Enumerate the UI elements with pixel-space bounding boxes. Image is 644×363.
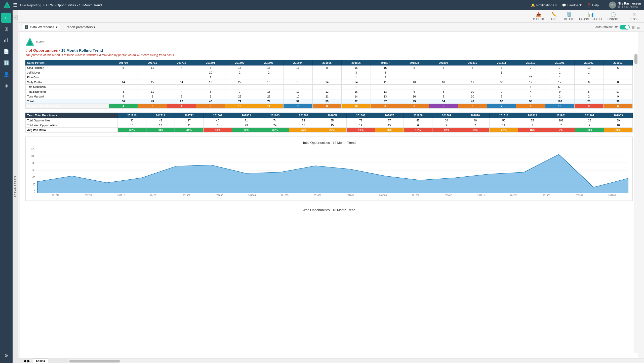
cell-value: 13 (371, 94, 400, 99)
cell-value: 1 (487, 70, 516, 75)
horizontal-scrollbar[interactable] (68, 359, 644, 363)
sidebar-item-home[interactable]: ⌂ (1, 13, 11, 23)
hamburger-menu[interactable]: ☰ (13, 2, 17, 8)
sheet-prev-button[interactable]: ◀ (23, 359, 26, 363)
cell-value (312, 75, 342, 80)
cell-value (516, 70, 545, 75)
notifications-button[interactable]: 🔔 Notifications ▾ (531, 3, 557, 7)
sheet-tabs: ◀ ▶ Sheet1 (18, 358, 644, 363)
bench-cell-value: 16% (518, 128, 547, 133)
history-button[interactable]: 🕐 HISTORY (608, 12, 619, 21)
grid-view-icon[interactable]: ⊞ (632, 25, 635, 29)
bench-cell-value: 26% (604, 128, 633, 133)
delete-button[interactable]: 🗑️ DELETE (564, 12, 574, 21)
total-label: Total (26, 99, 109, 104)
sidebar-item-documents[interactable]: 📄 (1, 47, 11, 57)
cell-value: 15 (225, 65, 254, 70)
sheet-next-button[interactable]: ▶ (27, 359, 30, 363)
cell-value: 2 (574, 94, 603, 99)
toolbar-divider (624, 13, 624, 20)
cell-value: 21 (312, 94, 342, 99)
total-cell: 50 (487, 99, 516, 104)
cell-value: 25 (225, 94, 254, 99)
average-cell: 4 (109, 104, 138, 109)
cell-name: Kirin Cool (26, 75, 109, 80)
bench-row: Total Opportunities304527407174525572574… (26, 118, 633, 123)
average-cell: 10 (342, 104, 371, 109)
average-cell: 6 (400, 104, 429, 109)
total-cell: 52 (283, 99, 312, 104)
bench-cell-value: 41% (175, 128, 204, 133)
cell-value (225, 75, 254, 80)
cell-value (167, 85, 196, 89)
cell-value: 13 (371, 89, 400, 94)
cell-value (458, 75, 487, 80)
report-parameters-button[interactable]: Report parameters ▾ (65, 25, 95, 29)
cell-value: 13 (283, 65, 312, 70)
cell-value (429, 70, 458, 75)
cell-value: 26 (516, 75, 545, 80)
auto-refresh-toggle[interactable] (620, 25, 630, 29)
close-icon: ✕ (632, 12, 636, 17)
sidebar-expand-button[interactable]: » (13, 15, 18, 20)
cell-value: 15 (254, 89, 284, 94)
breadcrumb-live-reporting[interactable]: Live Reporting (20, 3, 41, 7)
publish-button[interactable]: 📤 PUBLISH (533, 12, 544, 21)
left-sidebar: ⌂ ⊞ 📄 🔢 👤 ◈ ⚙ (0, 10, 13, 363)
edit-button[interactable]: ✏️ EDIT (549, 12, 559, 21)
sidebar-item-charts[interactable] (1, 35, 11, 45)
user-menu[interactable]: NR Nils Rasmussen 19_Sales_Analyst (609, 2, 641, 9)
bench-cell-value: 30% (575, 128, 604, 133)
bench-col-201811: 201811 (490, 113, 518, 118)
benchmark-table: Team Total Benchmark 201710 201711 20171… (25, 113, 633, 133)
scrollbar-thumb[interactable] (634, 54, 637, 64)
col-header-201710: 201710 (109, 60, 138, 65)
cell-value (167, 70, 196, 75)
bench-cell-value: 11 (175, 123, 204, 128)
horizontal-scrollbar-thumb[interactable] (69, 360, 120, 362)
cell-value: 65 (545, 85, 574, 89)
data-warehouse-selector[interactable]: 🗄️ Data Warehouse ▾ (22, 24, 60, 30)
close-button[interactable]: ✕ CLOSE (629, 12, 639, 21)
cell-value: 3 (371, 70, 400, 75)
help-button[interactable]: ❓ Help (587, 3, 599, 7)
bench-cell-value: 74 (261, 118, 289, 123)
cell-value: 24 (342, 80, 371, 85)
list-view-icon[interactable]: ☰ (637, 25, 640, 29)
svg-rect-2 (4, 40, 5, 42)
bench-cell-value: 33% (117, 128, 146, 133)
top-nav-right: 🔔 Notifications ▾ 💬 Feedback ❓ Help NR N… (531, 2, 641, 9)
feedback-button[interactable]: 💬 Feedback (562, 3, 582, 7)
cell-name: Tina Richmond (26, 89, 109, 94)
average-cell: 6 (138, 104, 167, 109)
bench-cell-value: 32% (261, 128, 289, 133)
cell-value: 5 (167, 94, 196, 99)
bench-cell-value: 24 (261, 123, 289, 128)
bench-cell-value: 72 (346, 118, 375, 123)
bench-col-201802: 201802 (232, 113, 261, 118)
sidebar-item-settings[interactable]: ⚙ (1, 350, 11, 360)
col-header-201804: 201804 (283, 60, 312, 65)
cell-value: 26 (254, 94, 284, 99)
export-excel-button[interactable]: 📊 EXPORT TO EXCEL (579, 12, 602, 21)
app-logo[interactable] (3, 1, 11, 9)
average-cell: 8 (312, 104, 342, 109)
chart1-title: Total Opportunities - 18 Month Trend (30, 141, 628, 145)
sidebar-item-calculator[interactable]: 🔢 (1, 58, 11, 68)
sidebar-item-cube[interactable]: ◈ (1, 81, 11, 91)
cell-value (400, 75, 429, 80)
cell-value (283, 70, 312, 75)
sidebar-item-reports[interactable]: ⊞ (1, 24, 11, 34)
bench-col-201803: 201803 (261, 113, 289, 118)
vertical-scrollbar[interactable] (634, 54, 638, 353)
sheet-tab-sheet1[interactable]: Sheet1 (33, 358, 48, 363)
cell-value (312, 70, 342, 75)
table-row: Sally Curtlin141514192218181424111616113… (26, 80, 633, 85)
bench-cell-value: 23 (575, 118, 604, 123)
bench-cell-value: 15 (375, 123, 404, 128)
cell-value: 16 (342, 89, 371, 94)
bench-cell-value: 12% (432, 128, 461, 133)
cell-value (138, 85, 167, 89)
bench-cell-value: 4 (432, 123, 461, 128)
sidebar-item-users[interactable]: 👤 (1, 69, 11, 79)
